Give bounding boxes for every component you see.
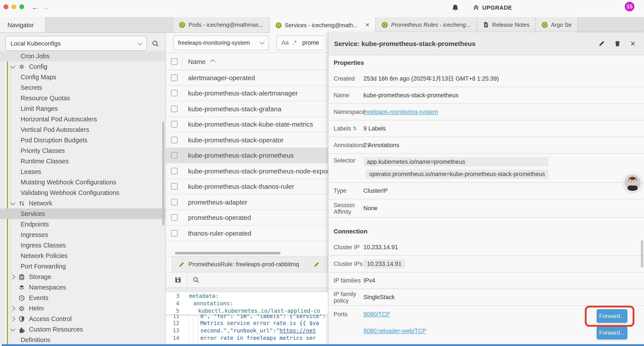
table-row[interactable]: kube-prometheus-stack-thanos-ruler xyxy=(166,179,328,194)
sidebar-tree-item[interactable]: Definitions xyxy=(0,335,165,344)
navigator-tab[interactable]: Navigator xyxy=(0,17,46,32)
sidebar-tree-item[interactable]: Validating Webhook Configurations xyxy=(0,187,165,198)
table-row[interactable]: kube-prometheus-stack-operator xyxy=(166,132,328,148)
sidebar-tree-item[interactable]: Services xyxy=(0,209,165,219)
tree-item-label: Config Maps xyxy=(20,74,56,81)
row-checkbox[interactable] xyxy=(171,152,178,159)
sidebar-tree-item[interactable]: Endpoints xyxy=(0,219,165,230)
cluster-tab[interactable]: Release Notes xyxy=(477,17,536,32)
row-checkbox[interactable] xyxy=(171,183,178,190)
sidebar-tree-item[interactable]: Custom Resources xyxy=(0,324,165,335)
tree-item-label: Config xyxy=(29,63,47,70)
horizontal-scrollbar-thumb[interactable] xyxy=(175,252,280,255)
cluster-tab[interactable]: Argo Se xyxy=(536,17,578,32)
sidebar-tree-item[interactable]: Port Forwarding xyxy=(0,261,165,272)
save-icon[interactable] xyxy=(174,276,182,283)
sidebar-tree-item[interactable]: Priority Classes xyxy=(0,145,165,156)
sidebar-tree-item[interactable]: Vertical Pod Autoscalers xyxy=(0,124,165,135)
regex-icon[interactable]: .* xyxy=(293,39,296,46)
row-checkbox[interactable] xyxy=(171,137,178,143)
table-row[interactable]: kube-prometheus-stack-prometheus-node-ex… xyxy=(166,163,328,179)
sort-ascending-icon[interactable] xyxy=(210,59,215,64)
upgrade-button[interactable]: UPGRADE xyxy=(472,4,512,11)
forward-port-9090-button[interactable]: Forward... xyxy=(597,309,627,323)
annotations-value[interactable]: 2 Annotations xyxy=(364,142,400,148)
maximize-window-button[interactable] xyxy=(19,4,24,9)
forward-port-8080-button[interactable]: Forward... xyxy=(597,326,627,340)
sidebar-tree-item[interactable]: Runtime Classes xyxy=(0,156,165,166)
port-8080-link[interactable]: 8080:reloader-web/TCP xyxy=(364,327,426,334)
code-link[interactable]: https://net xyxy=(280,327,316,334)
sidebar-tree-item[interactable]: Cron Jobs xyxy=(0,51,165,61)
table-row[interactable]: kube-prometheus-stack-kube-state-metrics xyxy=(166,117,328,132)
edit-pencil-icon[interactable] xyxy=(599,40,605,47)
table-row[interactable]: prometheus-operated xyxy=(166,210,328,226)
row-checkbox[interactable] xyxy=(171,106,178,112)
editor-search-icon[interactable] xyxy=(192,276,200,283)
sidebar-tree-item[interactable]: Access Control xyxy=(0,314,165,324)
table-row[interactable]: prometheus-adapter xyxy=(166,194,328,210)
row-checkbox[interactable] xyxy=(171,74,178,81)
cluster-tab[interactable]: Services - icecheng@math... ✕ xyxy=(270,17,376,33)
back-arrow-icon[interactable]: ← xyxy=(32,3,38,12)
yaml-editor[interactable]: 3 metadata: 4 annotations: 5 kubectl.kub… xyxy=(166,292,328,344)
service-name: alertmanager-operated xyxy=(188,74,255,81)
cluster-tab[interactable]: Pods - icecheng@mathmas... xyxy=(173,17,270,32)
row-checkbox[interactable] xyxy=(171,168,178,174)
sidebar-tree-item[interactable]: Resource Quotas xyxy=(0,93,165,103)
table-row[interactable]: alertmanager-operated xyxy=(166,70,328,86)
list-search-input[interactable]: Aa .* prome xyxy=(276,35,324,50)
sidebar-tree-item[interactable]: Ingresses xyxy=(0,230,165,240)
table-row[interactable]: kube-prometheus-stack-prometheus xyxy=(166,148,328,163)
kubeconfig-select[interactable]: Local Kubeconfigs xyxy=(5,36,147,51)
sidebar-tree-item[interactable]: Events xyxy=(0,293,165,303)
notifications-bell-icon[interactable] xyxy=(452,4,459,12)
sidebar-tree-item[interactable]: Horizontal Pod Autoscalers xyxy=(0,114,165,124)
select-all-checkbox[interactable] xyxy=(171,58,178,65)
namespace-link[interactable]: freeleaps-monitoring-system xyxy=(364,109,438,115)
sidebar-tree-item[interactable]: Leases xyxy=(0,166,165,177)
forward-arrow-icon[interactable]: → xyxy=(42,3,49,12)
row-checkbox[interactable] xyxy=(171,121,178,128)
sidebar-tree-item[interactable]: Network xyxy=(0,198,165,209)
sidebar-search-icon[interactable] xyxy=(152,40,159,47)
row-checkbox[interactable] xyxy=(171,214,178,221)
code-text: Metrics service error rate is {{ $va xyxy=(200,320,319,326)
sidebar-tree-item[interactable]: Limit Ranges xyxy=(0,103,165,114)
detail-scrollbar-thumb[interactable] xyxy=(641,240,643,268)
delete-trash-icon[interactable] xyxy=(614,40,621,47)
table-row[interactable]: kube-prometheus-stack-grafana xyxy=(166,101,328,117)
port-9090-link[interactable]: 9090/TCP xyxy=(364,311,390,317)
sidebar-tree-item[interactable]: Storage xyxy=(0,272,165,282)
close-window-button[interactable] xyxy=(4,4,8,9)
sidebar-tree-item[interactable]: Mutating Webhook Configurations xyxy=(0,177,165,187)
labels-value[interactable]: 9 Labels xyxy=(364,125,386,132)
close-tab-icon[interactable]: ✕ xyxy=(365,22,370,28)
sidebar-tree-item[interactable]: Config Maps xyxy=(0,72,165,82)
sidebar-tree-item[interactable]: Namespaces xyxy=(0,282,165,293)
sidebar-tree-item[interactable]: Helm xyxy=(0,303,165,314)
user-avatar[interactable] xyxy=(624,173,642,192)
line-number: 13 xyxy=(166,327,179,334)
match-case-icon[interactable]: Aa xyxy=(282,39,289,46)
name-column-header[interactable]: Name xyxy=(188,58,206,65)
sidebar-scrollbar-thumb[interactable] xyxy=(162,122,164,226)
table-row[interactable]: thanos-ruler-operated xyxy=(166,226,328,241)
sort-toggle-icon[interactable]: ⇅ xyxy=(353,126,357,131)
namespace-filter-select[interactable]: freeleaps-monitoring-system xyxy=(173,35,269,50)
minimize-window-button[interactable] xyxy=(12,4,16,9)
notification-count-badge[interactable]: 15 xyxy=(625,2,634,11)
table-row[interactable]: kube-prometheus-stack-alertmanager xyxy=(166,86,328,101)
sidebar-tree-item[interactable]: Secrets xyxy=(0,82,165,93)
cluster-tab[interactable]: Prometheus Rules - icecheng... xyxy=(376,17,477,32)
sidebar-tree-item[interactable]: Ingress Classes xyxy=(0,240,165,251)
row-checkbox[interactable] xyxy=(171,199,178,205)
dock-tab-prometheusrule[interactable]: PrometheusRule: freeleaps-prod-rabbitmq xyxy=(172,257,306,272)
close-panel-icon[interactable]: ✕ xyxy=(630,40,636,47)
row-checkbox[interactable] xyxy=(171,230,178,237)
sidebar-tree-item[interactable]: Pod Disruption Budgets xyxy=(0,135,165,145)
sidebar-tree-item[interactable]: Config xyxy=(0,61,165,72)
row-checkbox[interactable] xyxy=(171,90,178,97)
dock-tab-hidden[interactable] xyxy=(307,257,328,272)
sidebar-tree-item[interactable]: Network Policies xyxy=(0,251,165,261)
